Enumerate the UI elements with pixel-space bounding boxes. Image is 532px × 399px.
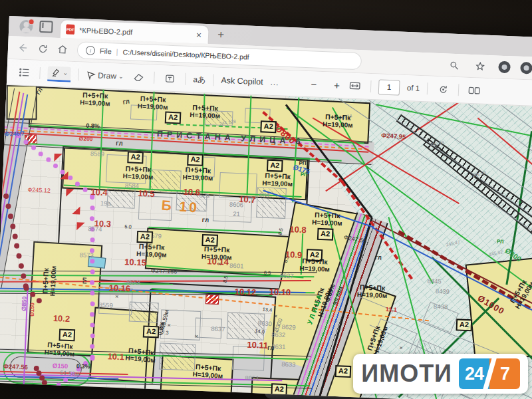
zone-a2-box: А2	[260, 120, 277, 133]
map-red-triangle	[66, 189, 74, 197]
zone-a2-box: А2	[165, 112, 182, 124]
zoom-in-button[interactable]: +	[334, 79, 340, 90]
map-label: ГЛ	[267, 346, 274, 351]
back-icon[interactable]	[15, 39, 31, 56]
map-label: Ф246.7	[5, 130, 25, 137]
map-dot	[90, 301, 94, 306]
map-label: 0.8%	[86, 123, 100, 130]
zone-a2-box: А2	[59, 329, 75, 341]
zone-label: П+5+ПкН=19,00м	[346, 283, 398, 301]
highlight-tool-button[interactable]: ⌄	[47, 66, 70, 82]
map-label: 8601	[229, 263, 244, 269]
map-label: 8633	[281, 361, 296, 368]
zone-label: П+5+ПкН=19,00м	[313, 112, 364, 130]
map-parcel-red-number: 10.8	[289, 225, 307, 234]
map-parcel-red-number: 10.2	[53, 314, 70, 323]
ask-copilot-button[interactable]: Ask Copilot	[221, 76, 263, 87]
map-label: ГЛ	[202, 218, 209, 223]
map-label: 68а	[259, 192, 269, 198]
refresh-icon[interactable]	[35, 41, 51, 57]
address-divider: |	[116, 47, 118, 55]
table-of-contents-icon[interactable]	[16, 65, 33, 81]
map-dot	[19, 263, 24, 269]
zone-a2-box: А2	[136, 231, 153, 243]
map-label: РП	[299, 161, 306, 166]
map-label: ×	[195, 334, 199, 340]
search-icon[interactable]	[446, 57, 463, 73]
more-options-button[interactable]: ...	[270, 78, 279, 88]
map-red-triangle	[60, 171, 68, 179]
zoom-out-button[interactable]: −	[311, 78, 317, 90]
zone-a2-box: А2	[271, 383, 287, 396]
map-label: 8627	[279, 273, 294, 279]
map-label: 8.5	[223, 275, 229, 283]
zone-label: П+5+ПкН=19,00м	[191, 244, 242, 262]
map-dot	[17, 253, 22, 259]
map-label: 11.1	[386, 307, 397, 313]
map-label: 0.3%	[76, 363, 90, 370]
map-parcel-red-number: 10.4	[90, 188, 108, 197]
add-text-icon[interactable]	[162, 70, 178, 86]
map-label: 8573	[79, 252, 94, 259]
toolbar-separator	[427, 82, 428, 94]
map-dot	[12, 233, 17, 239]
map-parcel-red-number: 10.15	[124, 257, 146, 267]
toolbar-separator	[458, 84, 460, 96]
toolbar-separator	[185, 73, 186, 85]
fit-to-width-icon[interactable]	[347, 77, 364, 94]
eraser-icon[interactable]	[130, 68, 147, 85]
map-parcel-red-number: 10.16	[108, 283, 130, 293]
tab-title: *КРЊЕВО-2.pdf	[79, 26, 190, 39]
zone-label: П+5+ПкН=19,00м	[112, 164, 164, 182]
rotate-icon[interactable]	[435, 81, 452, 98]
map-parcel-red-number: 10.6	[183, 188, 200, 197]
nav-right-icons: M	[446, 57, 532, 77]
watermark-badges: 24 7	[459, 358, 520, 389]
map-label: 8438	[434, 303, 448, 310]
map-label: 8439	[436, 288, 450, 295]
zone-a2-box: А2	[143, 325, 160, 338]
tab-close-icon[interactable]: ×	[195, 29, 203, 40]
map-dot	[63, 377, 68, 382]
map-label: ГЛ	[116, 142, 122, 147]
info-icon[interactable]: i	[86, 46, 96, 56]
zone-a2-box: А2	[267, 160, 283, 172]
map-dot	[57, 382, 61, 387]
draw-tool-button[interactable]: Draw ⌄	[86, 70, 124, 81]
map-label: РЛ	[497, 239, 504, 245]
new-tab-button[interactable]: +	[217, 29, 225, 42]
extension-icon-2[interactable]	[520, 62, 532, 74]
workspaces-icon[interactable]	[39, 21, 53, 33]
map-label: 6.5	[264, 271, 271, 276]
toolbar-separator	[39, 67, 41, 79]
home-icon[interactable]	[55, 41, 71, 58]
page-number-input[interactable]: 1	[378, 79, 400, 95]
page-view-icon[interactable]	[466, 82, 483, 99]
map-dot	[53, 164, 58, 168]
address-scheme: File	[100, 47, 112, 56]
map-label: ×	[115, 294, 119, 300]
map-dot	[39, 152, 43, 156]
watermark-brand: ИМОТИ	[361, 360, 452, 388]
map-label: 8559	[98, 302, 113, 309]
pdf-canvas-map[interactable]: ТОДОРОВСКИ ПРИСТАНА УЛИЦА 6УЛИЦАБ 10Ø800…	[0, 85, 532, 399]
map-dot	[5, 203, 11, 209]
toolbar-separator	[213, 74, 214, 86]
map-label: Ф247.95	[381, 132, 406, 140]
map-parcel-red-number: 10.3	[94, 219, 111, 228]
map-dot	[90, 333, 94, 338]
map-dot	[90, 269, 94, 274]
extension-icon-1[interactable]	[498, 61, 511, 74]
read-aloud-button[interactable]: aあ	[193, 74, 206, 86]
map-parcel-red-number: 10.11	[247, 340, 268, 350]
watermark-logo: ИМОТИ 24 7	[353, 354, 528, 394]
map-label: 8637	[211, 326, 225, 332]
zone-a2-box: А2	[456, 319, 473, 331]
favorites-star-icon[interactable]	[472, 58, 489, 74]
map-label: Б 10	[161, 198, 200, 214]
map-label: 5.0	[124, 224, 132, 229]
profile-avatar-icon[interactable]	[19, 20, 33, 34]
map-label: 8630	[258, 320, 273, 327]
map-block	[107, 188, 136, 209]
address-path: C:/Users/diseini/Desktop/КРЊЕВО-2.pdf	[122, 48, 249, 61]
